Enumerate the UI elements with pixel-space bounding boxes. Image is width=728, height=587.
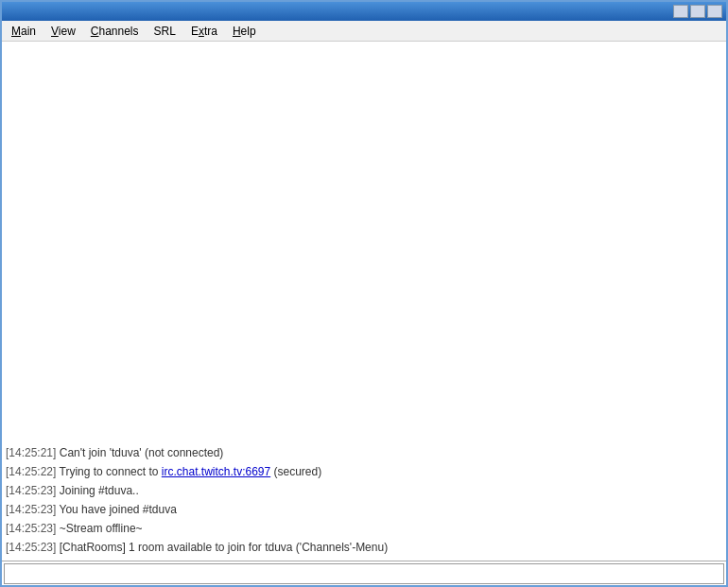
timestamp: [14:25:23]	[6, 522, 56, 535]
menu-main[interactable]: Main	[4, 23, 43, 40]
chat-line: [14:25:22] Trying to connect to irc.chat…	[6, 462, 722, 481]
chat-line: [14:25:23] You have joined #tduva	[6, 500, 722, 519]
menu-view[interactable]: View	[43, 23, 83, 40]
chat-line: [14:25:23] Joining #tduva..	[6, 481, 722, 500]
minimize-button[interactable]	[673, 5, 688, 18]
chat-input[interactable]	[4, 563, 724, 584]
input-area	[2, 561, 726, 585]
chat-line: [14:25:21] Can't join 'tduva' (not conne…	[6, 443, 722, 462]
message-text: [ChatRooms] 1 room available to join for…	[56, 541, 388, 554]
message-text: ~Stream offline~	[56, 522, 142, 535]
timestamp: [14:25:23]	[6, 503, 56, 516]
app-window: Main View Channels SRL Extra Help [14:25…	[0, 0, 728, 587]
restore-button[interactable]	[690, 5, 705, 18]
menu-channels[interactable]: Channels	[83, 23, 147, 40]
menu-srl[interactable]: SRL	[147, 23, 183, 40]
timestamp: [14:25:22]	[6, 465, 56, 478]
chat-link[interactable]: irc.chat.twitch.tv:6697	[162, 465, 270, 478]
timestamp: [14:25:21]	[6, 446, 56, 459]
menu-help[interactable]: Help	[225, 23, 264, 40]
close-button[interactable]	[707, 5, 722, 18]
timestamp: [14:25:23]	[6, 484, 56, 497]
message-text: You have joined #tduva	[56, 503, 176, 516]
chat-line: [14:25:23] [ChatRooms] 1 room available …	[6, 538, 722, 557]
chat-line: [14:25:23] ~Stream offline~	[6, 519, 722, 538]
chat-messages: [14:25:21] Can't join 'tduva' (not conne…	[6, 443, 722, 557]
message-text: Joining #tduva..	[56, 484, 138, 497]
menu-bar: Main View Channels SRL Extra Help	[2, 21, 726, 42]
message-text: Can't join 'tduva' (not connected)	[56, 446, 223, 459]
title-bar	[2, 2, 726, 21]
timestamp: [14:25:23]	[6, 541, 56, 554]
title-bar-buttons	[673, 5, 722, 18]
menu-extra[interactable]: Extra	[183, 23, 225, 40]
chat-area: [14:25:21] Can't join 'tduva' (not conne…	[2, 42, 726, 561]
